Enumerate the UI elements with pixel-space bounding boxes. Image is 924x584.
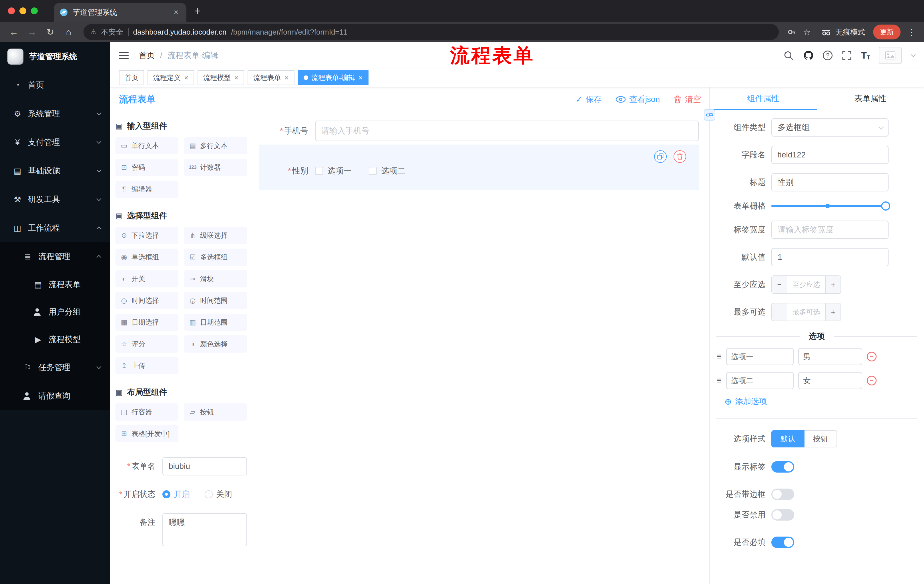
component-type-select[interactable]: 多选框组 (771, 118, 889, 137)
tag-close-icon[interactable]: × (184, 73, 188, 82)
minimize-window-button[interactable] (20, 7, 26, 14)
add-option-button[interactable]: ⊕ 添加选项 (724, 396, 924, 407)
tab-form-props[interactable]: 表单属性 (817, 87, 924, 110)
clear-button[interactable]: 清空 (673, 94, 701, 105)
min-select-value[interactable]: 至少应选 (787, 276, 825, 293)
sidebar-item-home[interactable]: ◔ 首页 (0, 71, 110, 99)
gender-option-1-checkbox[interactable]: 选项一 (315, 165, 351, 176)
sidebar-item-workflow[interactable]: ◫ 工作流程 (0, 214, 110, 242)
github-icon[interactable] (803, 50, 814, 61)
disabled-switch[interactable] (771, 509, 794, 521)
option-2-label-input[interactable] (726, 372, 794, 389)
style-default-button[interactable]: 默认 (771, 430, 805, 447)
slider-rail[interactable] (771, 205, 889, 207)
new-tab-button[interactable]: + (195, 5, 201, 17)
decrease-button[interactable]: − (772, 303, 787, 321)
component-item-password[interactable]: ⊡密码 (116, 159, 178, 176)
component-item-multi-line-text[interactable]: ▤多行文本 (184, 137, 247, 154)
sidebar-item-infrastructure[interactable]: ▤ 基础设施 (0, 156, 110, 185)
style-button-button[interactable]: 按钮 (805, 430, 837, 447)
save-button[interactable]: ✓ 保存 (576, 94, 602, 105)
status-radio-off[interactable]: 关闭 (205, 485, 232, 503)
delete-widget-button[interactable] (673, 150, 686, 163)
show-label-switch[interactable] (771, 461, 794, 472)
component-item-table[interactable]: ⊞表格[开发中] (116, 425, 178, 442)
option-1-label-input[interactable] (726, 348, 794, 365)
field-name-input[interactable] (771, 146, 889, 164)
search-icon[interactable] (783, 50, 794, 61)
component-item-time-picker[interactable]: ◷时间选择 (116, 292, 178, 309)
password-key-icon[interactable] (785, 26, 798, 38)
gender-option-2-checkbox[interactable]: 选项二 (369, 165, 405, 176)
tab-close-icon[interactable]: × (172, 8, 181, 17)
form-name-input[interactable] (162, 457, 247, 475)
component-item-select[interactable]: ⊙下拉选择 (116, 227, 178, 244)
phone-input[interactable] (315, 120, 699, 141)
link-icon[interactable] (704, 109, 715, 120)
title-input[interactable] (771, 173, 889, 191)
view-json-button[interactable]: 查看json (615, 94, 660, 105)
reload-icon[interactable]: ↻ (42, 24, 58, 40)
component-item-slider[interactable]: ⊸滑块 (184, 270, 247, 288)
component-item-cascader[interactable]: ⋔级联选择 (184, 227, 247, 244)
option-1-value-input[interactable] (798, 348, 862, 365)
component-item-color-picker[interactable]: ◑颜色选择 (184, 336, 247, 352)
browser-tab[interactable]: 芋道管理系统 × (54, 3, 186, 22)
tag-home[interactable]: 首页 (119, 70, 144, 85)
collapse-sidebar-icon[interactable] (119, 52, 129, 59)
tag-close-icon[interactable]: × (234, 73, 238, 82)
tag-process-form-edit[interactable]: 流程表单-编辑× (298, 70, 368, 85)
component-item-date-picker[interactable]: ▦日期选择 (116, 314, 178, 331)
default-value-input[interactable] (771, 248, 889, 266)
home-icon[interactable]: ⌂ (61, 24, 77, 40)
component-item-radio-group[interactable]: ◉单选框组 (116, 248, 178, 266)
slider-handle[interactable] (881, 201, 890, 211)
address-bar[interactable]: ⚠ 不安全 dashboard.yudao.iocoder.cn /bpm/ma… (84, 24, 779, 40)
max-select-value[interactable]: 最多可选 (787, 303, 825, 321)
component-item-upload[interactable]: ↥上传 (116, 357, 178, 374)
component-item-rate[interactable]: ☆评分 (116, 336, 178, 352)
sidebar-item-process-management[interactable]: ≣ 流程管理 (0, 242, 110, 271)
forward-icon[interactable]: → (24, 24, 40, 40)
widget-phone[interactable]: *手机号 (259, 120, 699, 141)
increase-button[interactable]: + (825, 276, 840, 293)
remove-option-button[interactable]: − (867, 376, 876, 385)
font-size-icon[interactable]: TT (861, 50, 870, 61)
tab-component-props[interactable]: 组件属性 (710, 87, 817, 110)
component-item-row-container[interactable]: ◫行容器 (116, 403, 178, 421)
browser-menu-icon[interactable]: ⋮ (908, 27, 916, 37)
tag-process-definition[interactable]: 流程定义× (147, 70, 194, 85)
form-canvas[interactable]: *手机号 *性别 (253, 112, 709, 584)
maximize-window-button[interactable] (31, 7, 38, 14)
sidebar-item-leave-query[interactable]: 请假查询 (0, 382, 110, 410)
sidebar-item-task-management[interactable]: ⚐ 任务管理 (0, 353, 110, 382)
sidebar-item-process-form[interactable]: ▤ 流程表单 (0, 271, 110, 298)
required-switch[interactable] (771, 536, 794, 548)
update-button[interactable]: 更新 (873, 25, 901, 39)
tag-close-icon[interactable]: × (358, 73, 363, 82)
status-radio-on[interactable]: 开启 (162, 485, 190, 503)
bookmark-star-icon[interactable]: ☆ (800, 26, 813, 38)
widget-gender-selected[interactable]: *性别 选项一 选项二 (259, 145, 699, 190)
component-item-time-range[interactable]: ◶时间范围 (184, 292, 247, 309)
sidebar-item-system[interactable]: ⚙ 系统管理 (0, 99, 110, 128)
copy-widget-button[interactable] (654, 150, 667, 163)
tag-close-icon[interactable]: × (284, 73, 289, 82)
tag-process-model[interactable]: 流程模型× (198, 70, 244, 85)
fullscreen-icon[interactable] (841, 50, 853, 61)
sidebar-item-process-model[interactable]: ▶ 流程模型 (0, 326, 110, 353)
component-item-date-range[interactable]: ▥日期范围 (184, 314, 247, 331)
option-2-value-input[interactable] (798, 372, 862, 389)
sidebar-item-devtools[interactable]: ⚒ 研发工具 (0, 185, 110, 214)
drag-handle-icon[interactable]: ≡ (716, 352, 722, 362)
increase-button[interactable]: + (825, 303, 840, 321)
component-item-checkbox-group[interactable]: ☑多选框组 (184, 248, 247, 266)
component-item-editor[interactable]: ¶编辑器 (116, 181, 178, 198)
grid-slider[interactable] (771, 201, 889, 211)
breadcrumb-home[interactable]: 首页 (139, 50, 155, 61)
component-item-single-line-text[interactable]: ▭单行文本 (116, 137, 178, 154)
close-window-button[interactable] (8, 7, 15, 14)
drag-handle-icon[interactable]: ≡ (716, 376, 722, 385)
decrease-button[interactable]: − (772, 276, 787, 293)
component-item-counter[interactable]: 123计数器 (184, 159, 247, 176)
